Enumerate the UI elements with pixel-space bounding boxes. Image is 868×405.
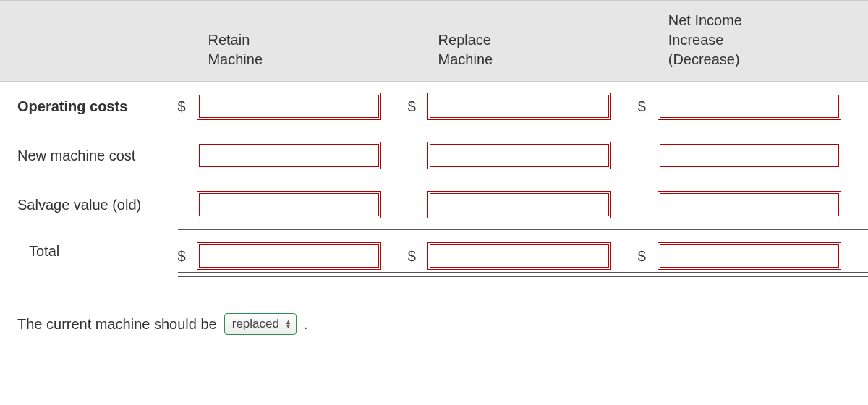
salvage-value-net-input[interactable] [660, 193, 839, 216]
currency-symbol: $ [178, 98, 186, 114]
decision-sentence: The current machine should be replaced ▲… [0, 277, 868, 349]
table-header-row: RetainMachine ReplaceMachine Net IncomeI… [0, 1, 868, 82]
currency-symbol: $ [178, 248, 186, 264]
row-label: Operating costs [17, 98, 127, 114]
salvage-value-retain-input[interactable] [199, 193, 378, 216]
row-new-machine-cost: New machine cost [0, 131, 868, 180]
row-salvage-value-old: Salvage value (old) [0, 180, 868, 230]
currency-symbol: $ [638, 98, 646, 114]
new-machine-cost-net-input[interactable] [660, 144, 839, 167]
currency-symbol: $ [408, 98, 416, 114]
decision-suffix: . [304, 316, 308, 333]
decision-select[interactable]: replaced ▲▼ [224, 313, 297, 335]
new-machine-cost-retain-input[interactable] [199, 144, 378, 167]
total-net-input[interactable] [660, 244, 839, 268]
currency-symbol: $ [408, 248, 416, 264]
operating-costs-retain-input[interactable] [199, 95, 378, 118]
col-header-net: Net IncomeIncrease(Decrease) [660, 1, 868, 82]
operating-costs-replace-input[interactable] [430, 95, 609, 118]
col-header-replace: ReplaceMachine [430, 1, 638, 82]
total-retain-input[interactable] [199, 244, 378, 268]
operating-costs-net-input[interactable] [660, 95, 839, 118]
select-stepper-icon: ▲▼ [285, 320, 292, 328]
currency-symbol: $ [638, 248, 646, 264]
salvage-value-replace-input[interactable] [430, 193, 609, 216]
new-machine-cost-replace-input[interactable] [430, 144, 609, 167]
total-replace-input[interactable] [430, 244, 609, 268]
row-label: Total [17, 243, 59, 260]
decision-prefix: The current machine should be [17, 316, 217, 333]
row-total: Total $ $ $ [0, 230, 868, 273]
analysis-table: RetainMachine ReplaceMachine Net IncomeI… [0, 0, 868, 277]
row-label: New machine cost [17, 148, 135, 163]
decision-select-value: replaced [232, 317, 279, 331]
col-header-retain: RetainMachine [199, 1, 407, 82]
row-operating-costs: Operating costs $ $ $ [0, 82, 868, 132]
row-label: Salvage value (old) [17, 197, 141, 213]
